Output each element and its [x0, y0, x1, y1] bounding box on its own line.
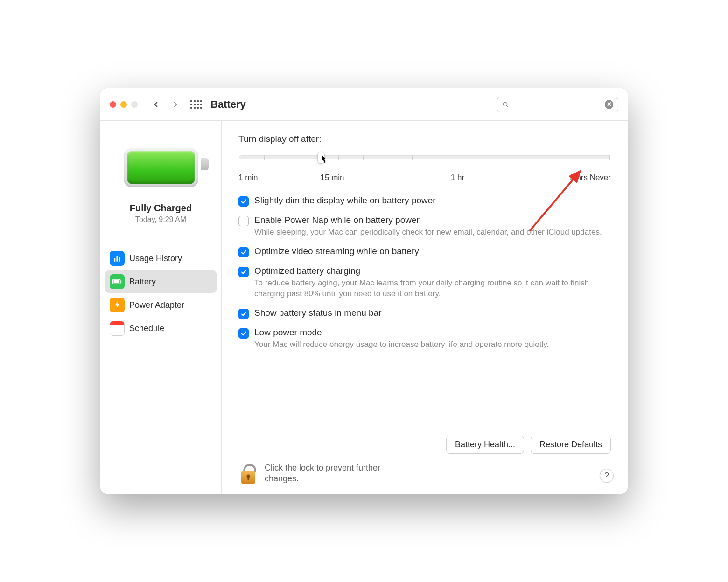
restore-defaults-button[interactable]: Restore Defaults [531, 436, 611, 454]
sidebar-item-usage-history[interactable]: Usage History [105, 247, 217, 270]
search-box[interactable]: ✕ [497, 97, 618, 112]
titlebar: Battery ✕ [100, 88, 628, 121]
slider-label-1hr: 1 hr [451, 173, 464, 182]
option-label: Optimized battery charging [254, 266, 611, 276]
sidebar-item-battery[interactable]: Battery [105, 270, 217, 293]
svg-rect-2 [114, 258, 115, 262]
svg-line-1 [507, 105, 508, 107]
options-list: Slightly dim the display while on batter… [238, 195, 611, 350]
option-optimize-video: Optimize video streaming while on batter… [238, 246, 611, 257]
window-title: Battery [210, 98, 246, 111]
zoom-window-button[interactable] [131, 101, 138, 108]
close-window-button[interactable] [110, 101, 116, 108]
slider-title: Turn display off after: [238, 134, 611, 144]
preferences-window: Battery ✕ Fully Charged Today, 9:29 AM [100, 88, 628, 494]
option-label: Show battery status in menu bar [254, 308, 381, 318]
show-all-icon[interactable] [189, 97, 203, 111]
slider-knob[interactable] [317, 152, 325, 164]
option-description: Your Mac will reduce energy usage to inc… [254, 340, 549, 350]
option-menu-bar: Show battery status in menu bar [238, 308, 611, 319]
slider-label-1min: 1 min [238, 173, 258, 182]
lock-icon[interactable] [238, 462, 258, 485]
option-label: Slightly dim the display while on batter… [254, 195, 436, 206]
slider-label-15min: 15 min [321, 173, 344, 182]
option-label: Enable Power Nap while on battery power [254, 215, 602, 225]
svg-rect-12 [248, 476, 249, 480]
battery-health-button[interactable]: Battery Health... [446, 436, 524, 454]
checkbox-power-nap[interactable] [238, 216, 249, 226]
clear-search-button[interactable]: ✕ [605, 100, 613, 109]
svg-rect-4 [119, 257, 120, 262]
display-off-slider[interactable] [239, 155, 610, 159]
option-label: Low power mode [254, 327, 549, 338]
battery-icon [110, 274, 125, 289]
battery-graphic [119, 144, 203, 191]
slider-scale-labels: 1 min 15 min 1 hr 3 hrs Never [238, 173, 611, 183]
chart-icon [110, 251, 125, 266]
option-optimized-charging: Optimized battery charging To reduce bat… [238, 266, 611, 299]
sidebar-item-label: Battery [129, 277, 156, 287]
search-icon [502, 101, 509, 108]
bolt-icon [110, 298, 125, 312]
help-button[interactable]: ? [600, 469, 614, 483]
body: Fully Charged Today, 9:29 AM Usage Histo… [100, 121, 628, 494]
checkbox-dim-display[interactable] [238, 196, 249, 207]
option-dim-display: Slightly dim the display while on batter… [238, 195, 611, 207]
checkbox-optimize-video[interactable] [238, 247, 249, 257]
search-input[interactable] [512, 100, 601, 108]
cursor-icon [322, 155, 328, 165]
option-description: To reduce battery aging, your Mac learns… [254, 278, 611, 299]
option-description: While sleeping, your Mac can periodicall… [254, 227, 602, 238]
sidebar: Fully Charged Today, 9:29 AM Usage Histo… [100, 121, 222, 494]
battery-status-time: Today, 9:29 AM [135, 215, 186, 224]
checkbox-low-power-mode[interactable] [238, 328, 249, 339]
battery-status-title: Fully Charged [130, 203, 192, 214]
sidebar-item-power-adapter[interactable]: Power Adapter [105, 294, 217, 316]
option-power-nap: Enable Power Nap while on battery power … [238, 215, 611, 238]
svg-point-0 [503, 102, 507, 106]
svg-rect-7 [114, 280, 120, 284]
sidebar-item-schedule[interactable]: Schedule [105, 317, 217, 340]
option-label: Optimize video streaming while on batter… [254, 246, 419, 256]
forward-button[interactable] [169, 98, 182, 111]
sidebar-item-label: Schedule [129, 324, 164, 333]
svg-rect-6 [121, 281, 122, 283]
slider-label-never: Never [590, 173, 611, 182]
main-content: Turn display off after: [222, 121, 628, 494]
checkbox-optimized-charging[interactable] [238, 267, 249, 277]
back-button[interactable] [150, 98, 162, 111]
option-low-power-mode: Low power mode Your Mac will reduce ener… [238, 327, 611, 350]
checkbox-menu-bar[interactable] [238, 309, 249, 319]
footer: Battery Health... Restore Defaults [238, 436, 611, 485]
sidebar-item-label: Usage History [129, 254, 182, 263]
sidebar-item-label: Power Adapter [129, 300, 184, 310]
minimize-window-button[interactable] [120, 101, 127, 108]
lock-text: Click the lock to prevent further change… [265, 463, 381, 485]
window-controls [110, 101, 138, 108]
sidebar-nav: Usage History Battery Power Adapter [105, 247, 217, 340]
slider-label-3hrs: 3 hrs [570, 173, 588, 182]
svg-rect-3 [117, 256, 118, 262]
calendar-icon [110, 321, 125, 336]
